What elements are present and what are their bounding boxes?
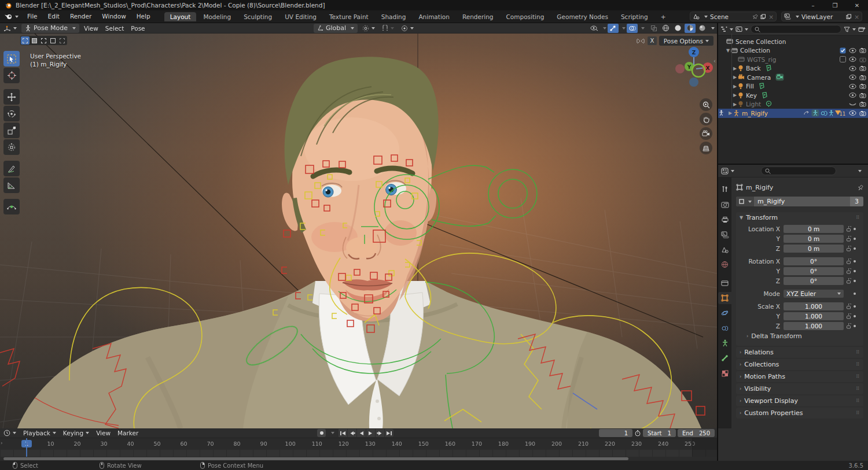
- outliner-row-m-rigify[interactable]: ▶ m_Rigify 11: [718, 109, 868, 118]
- outliner-search-input[interactable]: [751, 25, 841, 34]
- viewport-canvas[interactable]: User Perspective (1) m_Rigify X Pose Opt…: [0, 34, 717, 428]
- tab-world[interactable]: [718, 258, 731, 271]
- timeline-view-menu[interactable]: View: [93, 428, 114, 438]
- play-reverse-button[interactable]: [357, 429, 366, 437]
- workspace-tab[interactable]: Scripting: [615, 12, 654, 21]
- animate-dot[interactable]: [854, 260, 856, 262]
- select-extend-button[interactable]: [30, 36, 39, 45]
- object-id-chip[interactable]: [736, 197, 754, 206]
- pose-menu[interactable]: Pose: [127, 23, 148, 34]
- select-set-button[interactable]: [21, 36, 30, 45]
- prev-keyframe-button[interactable]: [348, 429, 356, 437]
- rotation-z-input[interactable]: 0°: [784, 277, 844, 285]
- outliner-filter-dropdown[interactable]: [735, 26, 748, 32]
- outliner-row-key[interactable]: ▶ Key: [718, 91, 868, 100]
- panel-grip[interactable]: ⠿: [856, 374, 860, 379]
- animate-dot[interactable]: [854, 305, 856, 308]
- tab-armature-data[interactable]: [718, 337, 731, 349]
- playback-menu[interactable]: Playback: [20, 428, 60, 438]
- pose-options-dropdown[interactable]: Pose Options: [659, 36, 713, 46]
- panel-grip[interactable]: ⠿: [856, 362, 860, 367]
- users-count-button[interactable]: 3: [850, 197, 863, 206]
- mode-dropdown[interactable]: Pose Mode: [21, 24, 79, 33]
- render-camera-icon[interactable]: [859, 65, 866, 71]
- proportional-edit-dropdown[interactable]: [398, 23, 417, 34]
- animate-dot[interactable]: [854, 238, 856, 240]
- gizmos-toggle[interactable]: [608, 24, 619, 33]
- xray-toggle[interactable]: [648, 24, 659, 33]
- collapsed-panel[interactable]: ›Relations⠿: [736, 347, 863, 358]
- timeline-ruler[interactable]: 1020304050607080901001101201301401501601…: [0, 438, 717, 450]
- camera-view-button[interactable]: [700, 127, 712, 140]
- pivot-point-dropdown[interactable]: [359, 23, 378, 34]
- auto-key-button[interactable]: [317, 429, 326, 437]
- panel-grip[interactable]: ⠿: [856, 410, 860, 416]
- scale-tool[interactable]: [3, 123, 20, 138]
- editor-type-button[interactable]: [0, 23, 20, 34]
- snap-toggle[interactable]: [378, 23, 398, 34]
- annotate-tool[interactable]: [3, 161, 20, 176]
- start-frame-field[interactable]: Start1: [643, 429, 676, 437]
- editor-splitter[interactable]: [717, 23, 718, 428]
- jump-to-start-button[interactable]: [339, 429, 347, 437]
- menu-item[interactable]: Edit: [43, 10, 65, 23]
- lock-open-icon[interactable]: [846, 246, 851, 251]
- workspace-tab[interactable]: Shading: [376, 12, 412, 21]
- lock-open-icon[interactable]: [846, 278, 851, 284]
- rotation-y-input[interactable]: 0°: [784, 267, 844, 275]
- panel-grip[interactable]: ⠿: [856, 386, 860, 391]
- location-z-input[interactable]: 0 m: [784, 245, 844, 253]
- render-camera-disabled-icon[interactable]: [859, 57, 866, 62]
- use-preview-range-icon[interactable]: [634, 430, 641, 436]
- collapsed-panel[interactable]: ›Visibility⠿: [736, 383, 863, 394]
- render-camera-icon[interactable]: [859, 92, 866, 98]
- timeline-expand-arrow[interactable]: ›: [1, 440, 3, 446]
- lock-open-icon[interactable]: [846, 323, 851, 329]
- minimize-button[interactable]: –: [802, 0, 824, 10]
- tab-output[interactable]: [718, 213, 731, 225]
- select-subtract-button[interactable]: [39, 36, 48, 45]
- lock-open-icon[interactable]: [846, 236, 851, 242]
- menu-item[interactable]: Help: [131, 10, 156, 23]
- render-camera-icon[interactable]: [859, 101, 866, 107]
- outliner-row-back[interactable]: ▶ Back: [718, 64, 868, 73]
- object-name-value[interactable]: m_Rigify: [754, 198, 850, 205]
- outliner-funnel-filter[interactable]: [844, 27, 856, 32]
- viewlayer-selector[interactable]: ViewLayer ×: [781, 12, 862, 21]
- animate-dot[interactable]: [854, 228, 856, 230]
- restore-button[interactable]: ❐: [824, 0, 846, 10]
- orientation-dropdown[interactable]: Global: [314, 24, 358, 33]
- animate-dot[interactable]: [854, 293, 856, 295]
- pin-icon[interactable]: [752, 14, 758, 20]
- new-viewlayer-icon[interactable]: [846, 14, 852, 20]
- workspace-tab[interactable]: Geometry Nodes: [551, 12, 614, 21]
- tab-bone[interactable]: [718, 352, 731, 364]
- jump-to-end-button[interactable]: [385, 429, 393, 437]
- collapsed-panel[interactable]: ›Collections⠿: [736, 359, 863, 370]
- transform-tool[interactable]: [3, 139, 20, 155]
- pose-breakdowner-tool[interactable]: [3, 199, 20, 214]
- animate-dot[interactable]: [854, 280, 856, 282]
- location-y-input[interactable]: 0 m: [784, 235, 844, 243]
- rotation-mode-dropdown[interactable]: XYZ Euler: [784, 290, 844, 298]
- scene-selector[interactable]: Scene ×: [690, 12, 777, 21]
- animate-dot[interactable]: [854, 247, 856, 250]
- workspace-tab[interactable]: Modeling: [197, 12, 237, 21]
- animate-dot[interactable]: [854, 325, 856, 327]
- current-frame-field[interactable]: 1: [599, 429, 632, 437]
- tab-physics[interactable]: [718, 307, 731, 319]
- visibility-dropdown[interactable]: [589, 24, 599, 33]
- lock-open-icon[interactable]: [846, 313, 851, 319]
- timeline-scroll-thumb[interactable]: [3, 457, 628, 460]
- tab-scene[interactable]: [718, 243, 731, 256]
- hide-eye-icon[interactable]: [849, 66, 856, 71]
- hide-eye-closed-icon[interactable]: [849, 102, 856, 107]
- properties-search-input[interactable]: [761, 166, 836, 175]
- panel-grip[interactable]: ⠿: [856, 350, 860, 355]
- tab-constraints[interactable]: [718, 322, 731, 334]
- location-x-input[interactable]: 0 m: [784, 225, 844, 233]
- blender-menu-button[interactable]: [0, 12, 22, 22]
- menu-item[interactable]: Window: [97, 10, 131, 23]
- play-button[interactable]: [366, 429, 375, 437]
- keying-menu[interactable]: Keying: [60, 428, 93, 438]
